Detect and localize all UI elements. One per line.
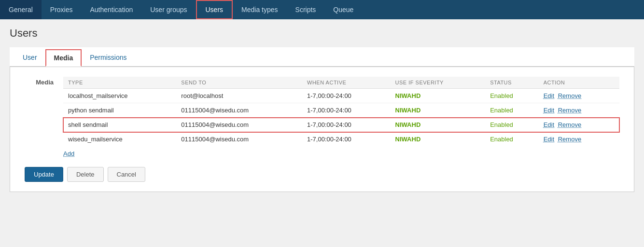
page-content: Users User Media Permissions Media TYPE … [0,19,644,200]
cell-status: Enabled [485,89,539,103]
col-type: TYPE [63,77,176,89]
remove-link[interactable]: Remove [558,107,581,114]
media-section: Media TYPE SEND TO WHEN ACTIVE USE IF SE… [25,77,619,157]
cell-type: wisedu_mailservice [63,132,176,147]
cell-type: shell sendmail [63,118,176,132]
media-table: TYPE SEND TO WHEN ACTIVE USE IF SEVERITY… [63,77,619,146]
edit-link[interactable]: Edit [544,121,554,128]
cell-status: Enabled [485,103,539,118]
cell-actions: Edit Remove [539,89,619,103]
cell-type: python sendmail [63,103,176,118]
add-media-link[interactable]: Add [63,150,74,157]
nav-item-queue[interactable]: Queue [324,0,362,19]
edit-link[interactable]: Edit [544,107,554,114]
tab-media[interactable]: Media [45,49,82,67]
cell-send-to: 01115004@wisedu.com [176,103,302,118]
tab-user[interactable]: User [14,49,45,66]
nav-item-authentication[interactable]: Authentication [82,0,142,19]
col-send-to: SEND TO [176,77,302,89]
button-row: Update Delete Cancel [25,167,619,182]
remove-link[interactable]: Remove [558,92,581,99]
remove-link[interactable]: Remove [558,121,581,128]
nav-item-scripts[interactable]: Scripts [287,0,325,19]
cell-severity: NIWAHD [391,118,486,132]
nav-item-users[interactable]: Users [196,0,233,19]
cell-when-active: 1-7,00:00-24:00 [302,103,391,118]
nav-item-media-types[interactable]: Media types [233,0,286,19]
cell-status: Enabled [485,132,539,147]
table-header-row: TYPE SEND TO WHEN ACTIVE USE IF SEVERITY… [63,77,619,89]
main-panel: Media TYPE SEND TO WHEN ACTIVE USE IF SE… [10,67,634,192]
cell-when-active: 1-7,00:00-24:00 [302,89,391,103]
cell-when-active: 1-7,00:00-24:00 [302,118,391,132]
edit-link[interactable]: Edit [544,136,554,143]
cell-send-to: root@localhost [176,89,302,103]
cell-type: localhost_mailservice [63,89,176,103]
cell-severity: NIWAHD [391,132,486,147]
cell-send-to: 01115004@wisedu.com [176,118,302,132]
update-button[interactable]: Update [25,167,63,182]
table-row: localhost_mailservice root@localhost 1-7… [63,89,619,103]
cell-actions: Edit Remove [539,118,619,132]
table-row: shell sendmail 01115004@wisedu.com 1-7,0… [63,118,619,132]
cell-when-active: 1-7,00:00-24:00 [302,132,391,147]
col-status: STATUS [485,77,539,89]
cell-actions: Edit Remove [539,103,619,118]
col-severity: USE IF SEVERITY [391,77,486,89]
cancel-button[interactable]: Cancel [108,167,145,182]
page-title: Users [10,27,634,40]
col-action: ACTION [539,77,619,89]
nav-item-general[interactable]: General [0,0,42,19]
nav-item-proxies[interactable]: Proxies [42,0,82,19]
top-nav: General Proxies Authentication User grou… [0,0,644,19]
cell-status: Enabled [485,118,539,132]
cell-severity: NIWAHD [391,89,486,103]
delete-button[interactable]: Delete [67,167,104,182]
remove-link[interactable]: Remove [558,136,581,143]
nav-item-user-groups[interactable]: User groups [141,0,196,19]
media-table-container: TYPE SEND TO WHEN ACTIVE USE IF SEVERITY… [63,77,619,157]
cell-severity: NIWAHD [391,103,486,118]
tab-permissions[interactable]: Permissions [82,49,135,66]
media-label: Media [25,77,54,157]
table-row: wisedu_mailservice 01115004@wisedu.com 1… [63,132,619,147]
tab-bar: User Media Permissions [10,47,634,67]
table-row: python sendmail 01115004@wisedu.com 1-7,… [63,103,619,118]
edit-link[interactable]: Edit [544,92,554,99]
col-when-active: WHEN ACTIVE [302,77,391,89]
cell-send-to: 01115004@wisedu.com [176,132,302,147]
cell-actions: Edit Remove [539,132,619,147]
